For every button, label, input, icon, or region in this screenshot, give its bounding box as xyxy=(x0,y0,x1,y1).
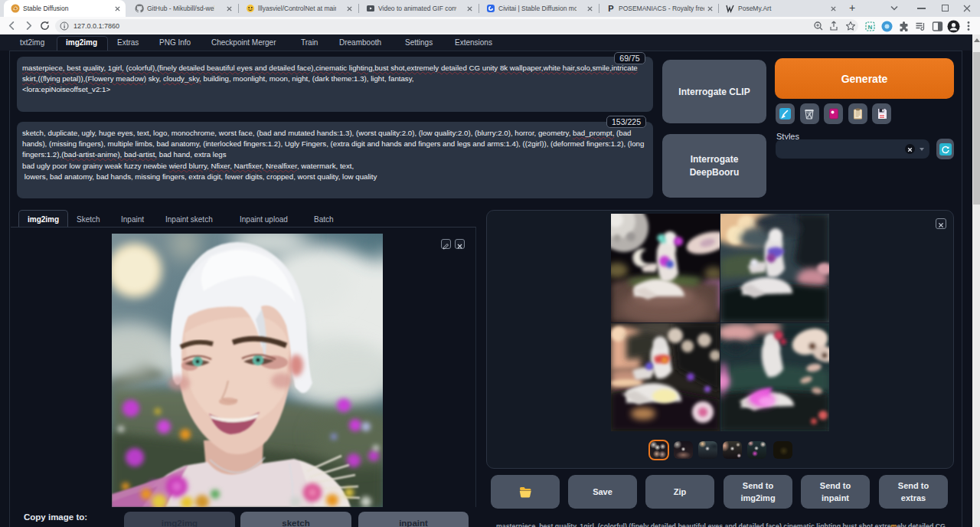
svg-text:N: N xyxy=(868,24,873,31)
svg-text:P: P xyxy=(608,4,613,13)
